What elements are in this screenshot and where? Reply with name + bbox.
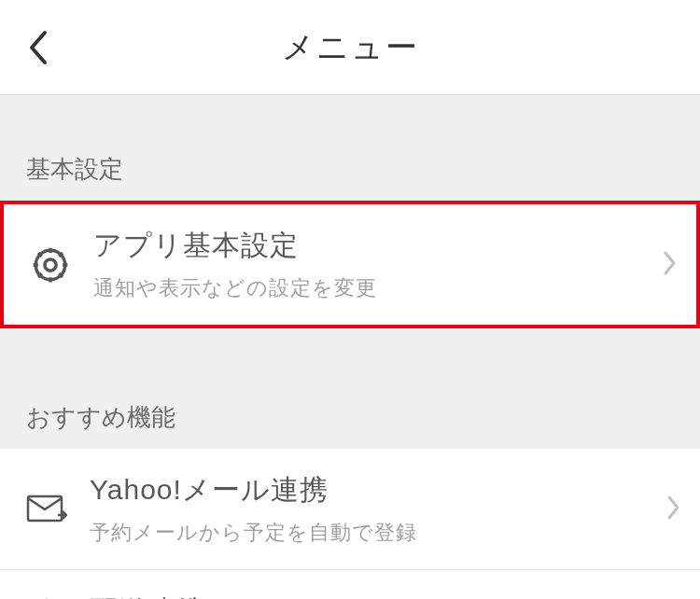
- svg-point-1: [35, 250, 65, 280]
- list-item-subtitle: 予約メールから予定を自動で登録: [90, 519, 659, 547]
- chevron-right-icon: [666, 495, 681, 524]
- header: メニュー: [0, 0, 700, 95]
- list-item-subtitle: 通知や表示などの設定を変更: [93, 274, 655, 302]
- list-item-content: アプリ基本設定 通知や表示などの設定を変更: [93, 227, 655, 302]
- list-item-content: Yahoo!メール連携 予約メールから予定を自動で登録: [90, 471, 659, 547]
- page-title: メニュー: [0, 26, 700, 69]
- mail-icon: [26, 489, 67, 530]
- list-item-content: 配送連携: [90, 592, 681, 599]
- chevron-right-icon: [663, 250, 678, 280]
- section-header-recommended: おすすめ機能: [0, 328, 700, 449]
- chevron-left-icon: [26, 29, 49, 66]
- back-button[interactable]: [19, 29, 56, 66]
- list-item-title: Yahoo!メール連携: [90, 471, 659, 509]
- list-item-delivery[interactable]: 配送連携: [0, 570, 700, 599]
- package-icon: [26, 596, 67, 600]
- section-header-basic: 基本設定: [0, 95, 700, 201]
- list-item-app-settings[interactable]: アプリ基本設定 通知や表示などの設定を変更: [0, 201, 700, 328]
- list-item-yahoo-mail[interactable]: Yahoo!メール連携 予約メールから予定を自動で登録: [0, 449, 700, 570]
- list-item-title: 配送連携: [90, 592, 681, 599]
- gear-icon: [30, 244, 71, 286]
- svg-point-0: [45, 258, 56, 270]
- list-item-title: アプリ基本設定: [93, 227, 655, 265]
